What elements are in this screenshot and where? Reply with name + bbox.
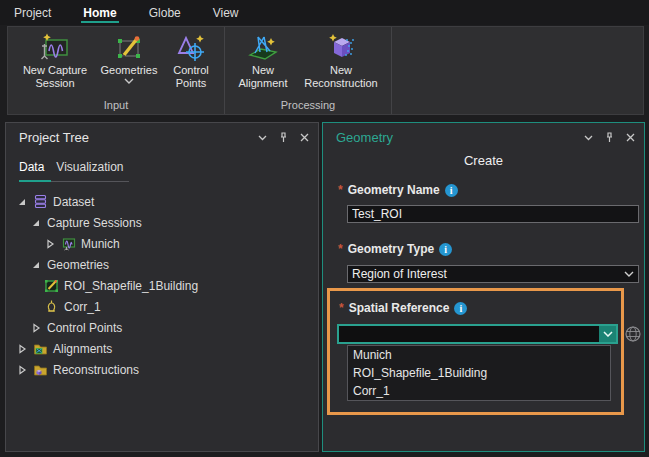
tree-item-geometries[interactable]: Geometries (6, 254, 318, 275)
tab-visualization[interactable]: Visualization (56, 160, 123, 174)
tree-item-label: Corr_1 (64, 300, 101, 314)
tree-item-label: Dataset (53, 195, 94, 209)
button-label: Session (35, 77, 74, 90)
ribbon-empty-space (392, 27, 643, 114)
info-icon[interactable]: i (454, 302, 467, 315)
expand-arrow-icon[interactable] (30, 217, 42, 229)
panel-menu-chevron-icon[interactable] (583, 132, 594, 143)
project-tree: Dataset Capture Sessions Munich (6, 191, 318, 380)
geometry-type-value: Region of Interest (352, 267, 447, 281)
expand-arrow-icon[interactable] (16, 343, 28, 355)
tab-view[interactable]: View (211, 2, 241, 23)
new-alignment-button[interactable]: New Alignment (231, 30, 295, 90)
button-label: New (330, 64, 352, 77)
new-reconstruction-button[interactable]: New Reconstruction (295, 30, 387, 90)
ribbon-group-processing: New Alignment (225, 27, 392, 114)
globe-icon[interactable] (624, 325, 642, 343)
dataset-icon (33, 194, 48, 209)
expand-arrow-icon[interactable] (44, 238, 56, 250)
geometry-type-select[interactable]: Region of Interest (347, 265, 639, 283)
geometry-name-label: Geometry Name (348, 183, 440, 197)
ribbon-group-input: New Capture Session Geometries (8, 27, 225, 114)
button-label: New (252, 64, 274, 77)
control-points-icon (175, 32, 207, 64)
spatial-reference-label: Spatial Reference (349, 301, 450, 315)
chevron-down-icon[interactable] (599, 326, 616, 342)
required-marker: * (338, 242, 343, 256)
geometries-button[interactable]: Geometries (96, 30, 162, 84)
tab-globe[interactable]: Globe (147, 2, 183, 23)
panel-title: Geometry (336, 130, 393, 145)
tree-item-control-points[interactable]: Control Points (6, 317, 318, 338)
info-icon[interactable]: i (445, 184, 458, 197)
dropdown-option-roi-shapefile[interactable]: ROI_Shapefile_1Building (348, 364, 610, 382)
create-subtitle: Create (323, 153, 644, 168)
geometry-type-label: Geometry Type (348, 242, 434, 256)
required-marker: * (338, 183, 343, 197)
geometries-icon (113, 32, 145, 64)
tree-item-munich[interactable]: Munich (6, 233, 318, 254)
tree-item-reconstructions[interactable]: Reconstructions (6, 359, 318, 380)
expand-arrow-icon[interactable] (16, 364, 28, 376)
tree-item-dataset[interactable]: Dataset (6, 191, 318, 212)
corridor-geometry-icon (44, 299, 59, 314)
info-icon[interactable]: i (439, 243, 452, 256)
expand-arrow-icon[interactable] (30, 259, 42, 271)
button-label: New Capture (23, 64, 87, 77)
spatial-reference-select[interactable] (337, 324, 618, 344)
ribbon-group-label-input: Input (8, 99, 224, 114)
tree-item-label: ROI_Shapefile_1Building (64, 279, 198, 293)
geometry-type-label-row: * Geometry Type i (338, 242, 452, 256)
dropdown-option-munich[interactable]: Munich (348, 346, 610, 364)
new-alignment-icon (247, 32, 279, 64)
new-capture-session-icon (39, 32, 71, 64)
chevron-down-icon (624, 271, 634, 277)
tab-project[interactable]: Project (12, 2, 53, 23)
button-label: Reconstruction (304, 77, 377, 90)
required-marker: * (339, 301, 344, 315)
panel-menu-chevron-icon[interactable] (257, 132, 268, 143)
ribbon: New Capture Session Geometries (7, 26, 644, 115)
reconstructions-folder-icon (33, 362, 48, 377)
tree-item-corr-1[interactable]: Corr_1 (6, 296, 318, 317)
button-label: Control (173, 64, 208, 77)
new-capture-session-button[interactable]: New Capture Session (14, 30, 96, 90)
tree-item-alignments[interactable]: Alignments (6, 338, 318, 359)
geometry-name-input[interactable] (347, 205, 639, 223)
chevron-down-icon (124, 78, 134, 84)
tree-item-capture-sessions[interactable]: Capture Sessions (6, 212, 318, 233)
tab-data[interactable]: Data (19, 160, 44, 174)
geometry-name-label-row: * Geometry Name i (338, 183, 458, 197)
pin-icon[interactable] (604, 132, 615, 143)
ribbon-tab-bar: Project Home Globe View (0, 0, 649, 25)
expand-arrow-icon[interactable] (30, 322, 42, 334)
shapefile-geometry-icon (44, 278, 59, 293)
tree-item-label: Reconstructions (53, 363, 139, 377)
pin-icon[interactable] (278, 132, 289, 143)
close-icon[interactable] (625, 132, 636, 143)
ribbon-group-label-processing: Processing (225, 99, 391, 114)
geometry-panel: Geometry Create * Geometry Name i * Geom… (322, 122, 645, 452)
spatial-reference-dropdown: Munich ROI_Shapefile_1Building Corr_1 (347, 345, 611, 401)
capture-session-icon (61, 236, 76, 251)
tree-item-label: Alignments (53, 342, 112, 356)
button-label: Geometries (101, 64, 158, 77)
project-tree-panel: Project Tree Data Visualization (5, 122, 319, 452)
tree-item-label: Munich (81, 237, 120, 251)
tree-item-roi-shapefile[interactable]: ROI_Shapefile_1Building (6, 275, 318, 296)
panel-title: Project Tree (19, 130, 89, 145)
close-icon[interactable] (299, 132, 310, 143)
tab-home[interactable]: Home (81, 2, 118, 23)
control-points-button[interactable]: Control Points (162, 30, 220, 90)
button-label: Alignment (239, 77, 288, 90)
alignments-folder-icon (33, 341, 48, 356)
dropdown-option-corr-1[interactable]: Corr_1 (348, 382, 610, 400)
spatial-reference-label-row: * Spatial Reference i (339, 301, 467, 315)
expand-arrow-icon[interactable] (16, 196, 28, 208)
tree-item-label: Control Points (47, 321, 122, 335)
tree-item-label: Capture Sessions (47, 216, 142, 230)
tree-item-label: Geometries (47, 258, 109, 272)
new-reconstruction-icon (325, 32, 357, 64)
active-tab-underline (19, 180, 51, 182)
button-label: Points (176, 77, 207, 90)
